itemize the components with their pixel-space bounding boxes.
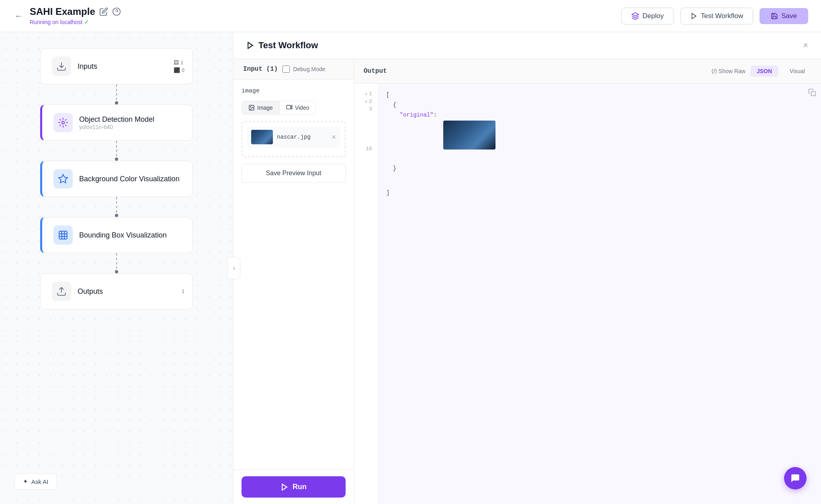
collapse-icon: ›	[233, 265, 235, 271]
test-panel: Test Workflow × Input (1) Debug Mode ima…	[233, 32, 821, 504]
output-col-title: Output	[364, 68, 387, 75]
header-left: ← SAHI Example Running on localhost ✓	[13, 6, 121, 26]
back-button[interactable]: ←	[13, 9, 25, 23]
debug-mode-checkbox[interactable]	[283, 66, 290, 73]
running-on-label: Running on	[30, 19, 59, 25]
help-icon[interactable]	[112, 7, 121, 16]
connector-4	[116, 253, 117, 273]
header-right: Deploy Test Workflow Save	[621, 8, 808, 25]
copy-button[interactable]	[808, 88, 816, 98]
output-col-header: Output ⟨/⟩ Show Raw JSON Visual	[354, 59, 821, 84]
collapse-button[interactable]: ›	[227, 257, 240, 279]
connector-dot-3	[115, 214, 118, 217]
code-line-3: "original":	[386, 110, 813, 159]
test-panel-title-text: Test Workflow	[258, 40, 318, 51]
test-workflow-button[interactable]: Test Workflow	[680, 8, 753, 25]
file-upload-area[interactable]: nascar.jpg ×	[242, 121, 346, 157]
debug-toggle[interactable]: Debug Mode	[283, 66, 325, 73]
save-preview-label: Save Preview Input	[266, 170, 321, 176]
connector-dot-4	[115, 270, 118, 273]
tab-image-label: Image	[257, 104, 273, 111]
node-inputs[interactable]: Inputs 🖼1 ⬛0	[40, 48, 193, 84]
tab-video[interactable]: Video	[279, 101, 316, 114]
ask-ai-label: Ask AI	[31, 478, 49, 485]
output-body: ∨1 ∨2 3 16 [ { "original":	[354, 84, 821, 504]
line-2: ∨2	[354, 98, 378, 105]
node-outputs[interactable]: Outputs 1	[40, 273, 193, 309]
node-bg-color-viz[interactable]: Background Color Visualization	[40, 161, 193, 197]
node-detection-icon	[53, 113, 73, 132]
tab-video-label: Video	[295, 104, 309, 111]
show-raw-label: ⟨/⟩ Show Raw	[711, 68, 745, 74]
workflow-nodes: Inputs 🖼1 ⬛0	[8, 48, 225, 309]
node-bg-title: Background Color Visualization	[79, 175, 180, 183]
deploy-button[interactable]: Deploy	[621, 8, 674, 25]
app-title: SAHI Example	[30, 6, 121, 17]
canvas-area: Inputs 🖼1 ⬛0	[0, 32, 233, 504]
node-outputs-text: Outputs	[78, 287, 103, 296]
node-inputs-icon	[52, 57, 71, 76]
deploy-label: Deploy	[643, 12, 664, 20]
svg-marker-2	[692, 13, 696, 19]
run-icon	[280, 483, 289, 491]
connector-3	[116, 197, 117, 217]
play-icon-panel	[246, 41, 254, 49]
node-badge-output: 1	[182, 289, 184, 294]
app-title-text: SAHI Example	[30, 6, 95, 17]
line-4	[354, 113, 378, 145]
ask-ai-button[interactable]: ✦ Ask AI	[14, 473, 57, 490]
run-button[interactable]: Run	[242, 476, 346, 498]
tab-json-button[interactable]: JSON	[750, 66, 778, 77]
svg-rect-13	[811, 92, 816, 96]
tab-visual-label: Visual	[790, 68, 805, 74]
test-workflow-label: Test Workflow	[701, 12, 743, 20]
deploy-icon	[631, 12, 639, 20]
line-3: 3	[354, 105, 378, 113]
chat-fab-button[interactable]	[784, 467, 807, 490]
code-content: [ { "original": } ]	[378, 84, 821, 504]
code-line-2: {	[386, 100, 813, 110]
code-line-1: [	[386, 90, 813, 100]
app-title-group: SAHI Example Running on localhost ✓	[30, 6, 121, 26]
connector-dot-1	[115, 101, 118, 104]
connector-1	[116, 84, 117, 104]
edit-icon[interactable]	[99, 7, 108, 16]
arrow-1: ∨	[365, 92, 367, 96]
app-header: ← SAHI Example Running on localhost ✓ De…	[0, 0, 821, 32]
node-badge-video: ⬛0	[174, 67, 184, 73]
svg-marker-7	[248, 43, 253, 49]
node-inputs-text: Inputs	[78, 62, 97, 71]
node-bbox-title: Bounding Box Visualization	[79, 231, 167, 240]
save-button[interactable]: Save	[760, 8, 808, 24]
line-16: 16	[354, 145, 378, 153]
node-object-detection[interactable]: Object Detection Model yolov11n-640	[40, 104, 193, 141]
show-raw-button[interactable]: ⟨/⟩ Show Raw	[711, 68, 745, 74]
tab-image[interactable]: Image	[242, 101, 279, 114]
node-bbox-viz[interactable]: Bounding Box Visualization	[40, 217, 193, 253]
line-1: ∨1	[354, 90, 378, 98]
video-tab-icon	[286, 104, 293, 111]
line-numbers: ∨1 ∨2 3 16	[354, 84, 378, 504]
node-outputs-icon	[52, 282, 71, 301]
node-inputs-title: Inputs	[78, 62, 97, 71]
save-icon	[771, 12, 778, 20]
run-section: Run	[233, 469, 354, 504]
node-bg-text: Background Color Visualization	[79, 175, 180, 183]
node-bg-icon	[53, 169, 73, 188]
tab-visual-button[interactable]: Visual	[783, 66, 811, 77]
input-col-header: Input (1) Debug Mode	[233, 59, 354, 80]
code-area: ∨1 ∨2 3 16 [ { "original":	[354, 84, 821, 504]
run-label: Run	[293, 483, 307, 491]
save-preview-button[interactable]: Save Preview Input	[242, 164, 346, 183]
tab-json-label: JSON	[757, 68, 772, 74]
node-badge-image: 🖼1	[174, 59, 184, 66]
connector-dot-2	[115, 158, 118, 161]
test-panel-title: Test Workflow	[246, 40, 318, 51]
file-remove-button[interactable]: ×	[332, 133, 336, 141]
node-detection-subtitle: yolov11n-640	[79, 124, 154, 130]
node-outputs-title: Outputs	[78, 287, 103, 296]
json-image-preview	[443, 121, 495, 150]
input-image-label: image	[242, 88, 346, 94]
close-panel-button[interactable]: ×	[803, 40, 808, 51]
node-detection-text: Object Detection Model yolov11n-640	[79, 115, 154, 130]
